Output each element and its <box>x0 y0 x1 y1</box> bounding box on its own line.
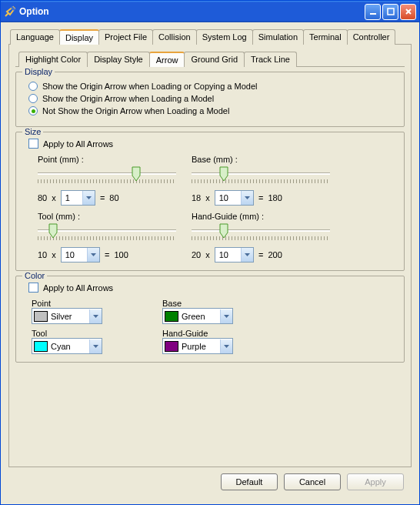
tab-body: Highlight Color Display Style Arrow Grou… <box>8 45 412 467</box>
base-size-block: Base (mm) : 18 x 10 = 180 <box>192 155 330 206</box>
tool-size-block: Tool (mm) : 10 x 10 = 100 <box>38 212 176 263</box>
chevron-down-icon <box>220 339 232 353</box>
titlebar[interactable]: Option <box>1 1 419 22</box>
tab-project-file[interactable]: Project File <box>98 29 153 45</box>
slider-thumb[interactable] <box>219 166 228 182</box>
subtab-ground-grid[interactable]: Ground Grid <box>184 52 245 67</box>
tab-simulation[interactable]: Simulation <box>252 29 304 45</box>
cancel-button[interactable]: Cancel <box>284 473 341 490</box>
base-slider[interactable] <box>192 169 330 186</box>
tool-color-label: Tool <box>32 329 155 338</box>
tool-color-block: Tool Cyan <box>32 329 155 354</box>
base-color-dropdown[interactable]: Green <box>162 308 233 324</box>
chevron-down-icon <box>87 248 99 262</box>
color-swatch <box>34 341 48 352</box>
point-label: Point (mm) : <box>38 155 176 164</box>
color-swatch <box>34 311 48 322</box>
hand-guide-slider[interactable] <box>192 226 330 242</box>
slider-thumb[interactable] <box>219 223 228 239</box>
tab-terminal[interactable]: Terminal <box>303 29 348 45</box>
tool-mult-dropdown[interactable]: 10 <box>61 247 100 263</box>
svg-rect-1 <box>388 8 394 15</box>
tab-collision[interactable]: Collision <box>152 29 197 45</box>
result-value: 80 <box>109 193 118 202</box>
option-window: Option Language Display Project File Col… <box>0 0 420 505</box>
checkbox-icon <box>28 139 38 149</box>
base-value: 18 <box>192 193 201 202</box>
hand-guide-color-dropdown[interactable]: Purple <box>162 338 233 354</box>
base-color-block: Base Green <box>162 299 285 324</box>
subtab-track-line[interactable]: Track Line <box>244 52 297 67</box>
chevron-down-icon <box>241 248 253 262</box>
chevron-down-icon <box>89 339 102 353</box>
base-color-label: Base <box>162 299 285 308</box>
result-value: 200 <box>268 250 282 259</box>
sub-tabstrip: Highlight Color Display Style Arrow Grou… <box>15 51 405 67</box>
checkbox-label: Apply to All Arrows <box>43 283 113 293</box>
radio-label: Show the Origin Arrow when Loading a Mod… <box>42 94 214 103</box>
size-group-label: Size <box>22 127 43 136</box>
tab-system-log[interactable]: System Log <box>196 29 253 45</box>
app-icon <box>4 5 16 18</box>
radio-label: Not Show the Origin Arrow when Loading a… <box>42 106 229 115</box>
maximize-button[interactable] <box>382 4 398 20</box>
slider-thumb[interactable] <box>132 166 141 182</box>
chevron-down-icon <box>89 309 102 323</box>
radio-not-show[interactable]: Not Show the Origin Arrow when Loading a… <box>28 106 396 115</box>
color-group: Color Apply to All Arrows Point Silver <box>15 276 405 363</box>
minimize-button[interactable] <box>365 4 381 20</box>
base-mult-dropdown[interactable]: 10 <box>215 190 254 206</box>
base-label: Base (mm) : <box>192 155 330 164</box>
checkbox-icon <box>28 283 38 293</box>
base-value: 80 <box>38 193 47 202</box>
display-group-label: Display <box>22 67 55 76</box>
dialog-footer: Default Cancel Apply <box>8 467 412 497</box>
radio-label: Show the Origin Arrow when Loading or Co… <box>42 82 257 91</box>
window-title: Option <box>19 6 365 17</box>
point-color-block: Point Silver <box>32 299 155 324</box>
point-slider[interactable] <box>38 169 176 186</box>
point-size-block: Point (mm) : 80 x 1 = 80 <box>38 155 176 206</box>
apply-button[interactable]: Apply <box>347 473 404 490</box>
tab-language[interactable]: Language <box>10 29 60 45</box>
base-value: 10 <box>38 250 47 259</box>
radio-show-loading-copying[interactable]: Show the Origin Arrow when Loading or Co… <box>28 82 396 91</box>
base-value: 20 <box>192 250 201 259</box>
radio-show-loading[interactable]: Show the Origin Arrow when Loading a Mod… <box>28 94 396 103</box>
tool-label: Tool (mm) : <box>38 212 176 221</box>
default-button[interactable]: Default <box>221 473 278 490</box>
point-mult-dropdown[interactable]: 1 <box>61 190 95 206</box>
color-swatch <box>165 341 178 352</box>
checkbox-label: Apply to All Arrows <box>43 139 113 149</box>
svg-rect-0 <box>370 13 376 15</box>
size-group: Size Apply to All Arrows Point (mm) : <box>15 132 405 271</box>
point-color-dropdown[interactable]: Silver <box>32 308 102 324</box>
subtab-arrow[interactable]: Arrow <box>149 52 185 67</box>
subtab-display-style[interactable]: Display Style <box>87 52 150 67</box>
chevron-down-icon <box>220 309 232 323</box>
tool-color-dropdown[interactable]: Cyan <box>32 338 102 354</box>
close-button[interactable] <box>400 4 416 20</box>
apply-all-arrows-size[interactable]: Apply to All Arrows <box>28 139 396 149</box>
tab-controller[interactable]: Controller <box>347 29 396 45</box>
apply-all-arrows-color[interactable]: Apply to All Arrows <box>28 283 396 293</box>
subtab-highlight-color[interactable]: Highlight Color <box>18 52 88 67</box>
tab-display[interactable]: Display <box>59 29 99 45</box>
tool-slider[interactable] <box>38 226 176 242</box>
slider-thumb[interactable] <box>48 223 58 239</box>
result-value: 100 <box>114 250 128 259</box>
color-group-label: Color <box>22 271 47 280</box>
radio-icon <box>28 82 38 91</box>
point-color-label: Point <box>32 299 155 308</box>
hand-guide-mult-dropdown[interactable]: 10 <box>215 247 254 263</box>
hand-guide-size-block: Hand-Guide (mm) : 20 x 10 = 200 <box>192 212 330 263</box>
chevron-down-icon <box>241 191 253 205</box>
hand-guide-color-label: Hand-Guide <box>162 329 285 338</box>
chevron-down-icon <box>82 191 95 205</box>
color-swatch <box>165 311 178 322</box>
radio-icon <box>28 94 38 103</box>
hand-guide-color-block: Hand-Guide Purple <box>162 329 285 354</box>
result-value: 180 <box>268 193 282 202</box>
display-group: Display Show the Origin Arrow when Loadi… <box>15 72 405 127</box>
radio-icon <box>28 106 38 115</box>
